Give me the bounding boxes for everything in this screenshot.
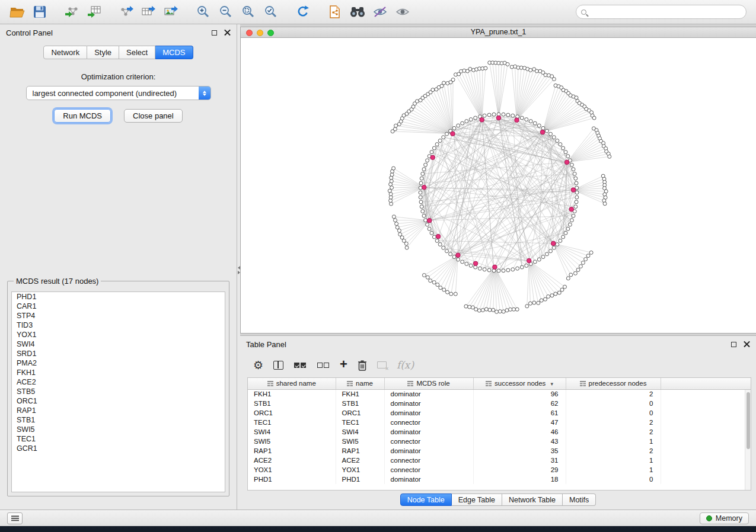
column-header-shared-name[interactable]: shared name <box>248 378 336 389</box>
scrollbar-thumb[interactable] <box>747 392 750 449</box>
window-controls <box>246 30 274 36</box>
list-item[interactable]: FKH1 <box>12 368 225 377</box>
mcds-result-list[interactable]: PHD1CAR1STP4TID3YOX1SWI4SRD1PMA2FKH1ACE2… <box>11 291 225 492</box>
show-columns-button[interactable] <box>273 357 283 373</box>
float-table-panel-icon[interactable] <box>731 342 736 347</box>
search-network-button[interactable] <box>346 2 369 21</box>
save-session-button[interactable] <box>28 2 51 21</box>
mcds-result-title: MCDS result (17 nodes) <box>14 277 101 286</box>
network-canvas[interactable] <box>241 38 755 333</box>
column-header-name[interactable]: name <box>336 378 384 389</box>
column-header-successor-nodes[interactable]: successor nodes▾ <box>473 378 566 389</box>
table-row[interactable]: ACE2ACE2connector311 <box>248 456 751 465</box>
table-row[interactable]: SWI4SWI4dominator462 <box>248 427 751 437</box>
share-document-icon <box>328 5 342 19</box>
table-column-icon <box>486 380 492 387</box>
memory-button[interactable]: Memory <box>700 512 749 524</box>
export-image-icon <box>164 5 179 19</box>
share-network-button[interactable] <box>324 2 346 21</box>
tab-mcds[interactable]: MCDS <box>155 46 193 59</box>
list-item[interactable]: PHD1 <box>12 292 225 302</box>
import-table-button[interactable] <box>83 2 106 21</box>
tab-select[interactable]: Select <box>119 46 155 59</box>
network-window-title: YPA_prune.txt_1 <box>471 28 527 36</box>
list-item[interactable]: TID3 <box>12 321 225 330</box>
table-row[interactable]: YOX1YOX1connector291 <box>248 465 751 475</box>
hide-selected-button[interactable] <box>369 2 391 21</box>
refresh-button[interactable] <box>292 2 314 21</box>
table-row[interactable]: STB1STB1dominator620 <box>248 399 751 408</box>
list-item[interactable]: SRD1 <box>12 349 225 358</box>
list-item[interactable]: STB1 <box>12 415 225 425</box>
zoom-out-icon <box>219 5 233 19</box>
list-item[interactable]: YOX1 <box>12 330 225 339</box>
table-row[interactable]: ORC1ORC1dominator610 <box>248 408 751 418</box>
export-table-icon <box>141 5 157 19</box>
select-all-button[interactable] <box>294 357 307 373</box>
import-network-button[interactable] <box>60 2 83 21</box>
close-table-panel-icon[interactable] <box>744 341 750 348</box>
node-table: shared namenameMCDS rolesuccessor nodes▾… <box>247 377 751 491</box>
export-image-button[interactable] <box>160 2 183 21</box>
tab-network[interactable]: Network <box>43 46 87 59</box>
table-row[interactable]: RAP1RAP1dominator352 <box>248 446 751 456</box>
delete-column-button[interactable] <box>358 357 367 373</box>
show-all-button[interactable] <box>391 2 414 21</box>
window-minimize-icon[interactable] <box>257 30 263 36</box>
zoom-fit-button[interactable] <box>237 2 260 21</box>
column-header-mcds-role[interactable]: MCDS role <box>384 378 473 389</box>
control-panel-title: Control Panel <box>6 28 53 37</box>
tab-node-table[interactable]: Node Table <box>400 493 452 506</box>
tab-edge-table[interactable]: Edge Table <box>452 493 502 506</box>
zoom-in-icon <box>196 5 210 19</box>
add-column-button[interactable]: + <box>340 357 347 373</box>
deselect-all-button[interactable] <box>317 357 330 373</box>
export-table-button[interactable] <box>138 2 160 21</box>
list-item[interactable]: ACE2 <box>12 377 225 387</box>
list-item[interactable]: SWI5 <box>12 425 225 434</box>
tab-network-table[interactable]: Network Table <box>502 493 563 506</box>
table-column-icon <box>267 380 273 387</box>
import-table-icon <box>87 5 102 19</box>
list-item[interactable]: GCR1 <box>12 444 225 453</box>
window-maximize-icon[interactable] <box>267 30 274 36</box>
tab-style[interactable]: Style <box>87 46 119 59</box>
zoom-fit-icon <box>241 5 256 19</box>
table-settings-button[interactable]: ⚙ <box>253 357 263 373</box>
float-panel-icon[interactable] <box>212 30 217 36</box>
zoom-in-button[interactable] <box>192 2 215 21</box>
zoom-out-button[interactable] <box>215 2 237 21</box>
run-mcds-button[interactable]: Run MCDS <box>54 109 111 123</box>
list-item[interactable]: ORC1 <box>12 396 225 406</box>
zoom-selected-button[interactable] <box>260 2 282 21</box>
chevron-down-icon[interactable]: ▾ <box>550 381 553 387</box>
window-close-icon[interactable] <box>246 30 253 36</box>
column-header-predecessor-nodes[interactable]: predecessor nodes <box>566 378 661 389</box>
search-input[interactable] <box>590 8 741 16</box>
table-tabs: Node TableEdge TableNetwork TableMotifs <box>240 493 756 506</box>
list-item[interactable]: STB5 <box>12 387 225 396</box>
table-panel: Table Panel ⚙ + f(x) shared namenameMCDS… <box>240 335 756 509</box>
table-scrollbar[interactable] <box>745 390 751 490</box>
table-row[interactable]: FKH1FKH1dominator962 <box>248 389 751 399</box>
optimization-criterion-label: Optimization criterion: <box>0 72 237 81</box>
table-row[interactable]: TEC1TEC1connector472 <box>248 418 751 427</box>
criterion-dropdown[interactable]: largest connected component (undirected) <box>26 86 211 100</box>
table-row[interactable]: PHD1PHD1dominator180 <box>248 475 751 484</box>
list-item[interactable]: STP4 <box>12 311 225 321</box>
export-network-icon <box>119 5 134 19</box>
close-panel-button[interactable]: Close panel <box>124 109 183 123</box>
list-item[interactable]: RAP1 <box>12 406 225 415</box>
list-item[interactable]: SWI4 <box>12 339 225 349</box>
close-panel-icon[interactable] <box>224 30 231 36</box>
open-session-button[interactable] <box>6 2 28 21</box>
list-item[interactable]: TEC1 <box>12 434 225 444</box>
global-search-field[interactable] <box>576 5 747 19</box>
main-toolbar <box>0 0 756 24</box>
table-row[interactable]: SWI5SWI5connector431 <box>248 437 751 446</box>
list-item[interactable]: CAR1 <box>12 302 225 311</box>
panel-menu-button[interactable] <box>7 512 23 524</box>
tab-motifs[interactable]: Motifs <box>563 493 596 506</box>
export-network-button[interactable] <box>115 2 138 21</box>
list-item[interactable]: PMA2 <box>12 358 225 368</box>
